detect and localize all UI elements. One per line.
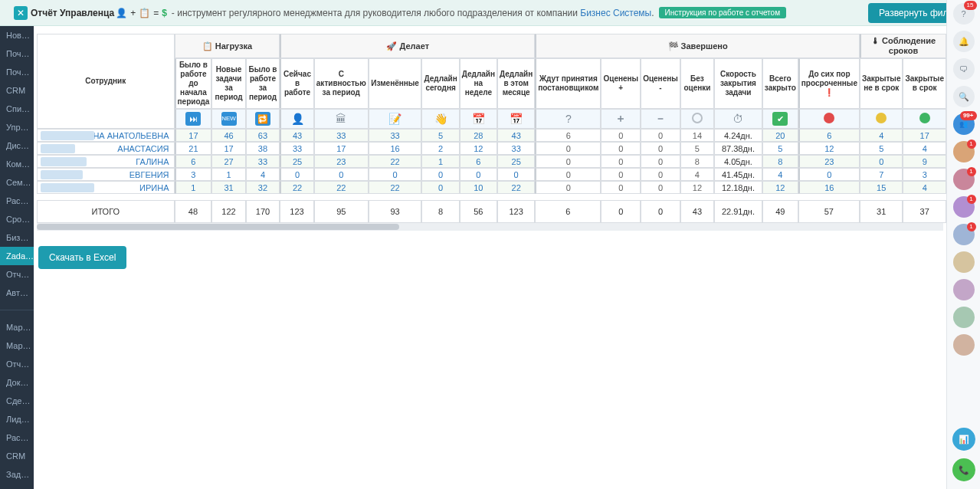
employee-name-cell[interactable]: АНАСТАСИЯ <box>37 142 175 155</box>
sidebar-item[interactable]: Отч… <box>0 355 34 373</box>
user-avatar[interactable] <box>953 279 975 300</box>
download-excel-button[interactable]: Скачать в Excel <box>38 246 126 269</box>
data-cell[interactable]: 1 <box>421 155 459 168</box>
sidebar-item[interactable]: Сде… <box>0 392 34 410</box>
instruction-badge[interactable]: Инструкция по работе с отчетом <box>659 7 786 18</box>
data-cell[interactable]: 3 <box>903 168 946 181</box>
column-icon[interactable] <box>798 109 860 129</box>
data-cell[interactable]: 4 <box>903 181 946 194</box>
column-icon[interactable]: ? <box>535 109 601 129</box>
data-cell[interactable]: 87.38дн. <box>714 142 762 155</box>
data-cell[interactable]: 0 <box>421 181 459 194</box>
column-icon[interactable]: 🔁 <box>246 109 280 129</box>
column-icon[interactable] <box>860 109 903 129</box>
data-cell[interactable]: 33 <box>369 129 422 142</box>
data-cell[interactable]: 0 <box>860 155 903 168</box>
data-cell[interactable]: 0 <box>535 155 601 168</box>
horizontal-scrollbar[interactable] <box>37 223 943 231</box>
sidebar-item[interactable]: Док… <box>0 373 34 392</box>
notifications-icon[interactable]: 🔔 <box>953 31 975 52</box>
data-cell[interactable]: 7 <box>860 168 903 181</box>
data-cell[interactable]: 21 <box>175 142 212 155</box>
user-avatar[interactable]: 1 <box>953 196 975 218</box>
sidebar-item[interactable]: Мар… <box>0 336 34 355</box>
data-cell[interactable]: 4 <box>246 168 280 181</box>
data-cell[interactable]: 5 <box>762 142 798 155</box>
data-cell[interactable]: 4 <box>680 168 714 181</box>
data-cell[interactable]: 31 <box>211 181 245 194</box>
data-cell[interactable]: 0 <box>641 129 680 142</box>
lines-fab-icon[interactable]: 📊 <box>952 428 975 451</box>
sidebar-item[interactable]: Поч… <box>0 44 34 63</box>
data-cell[interactable]: 28 <box>460 129 497 142</box>
column-icon[interactable]: NEW <box>211 109 245 129</box>
data-cell[interactable]: 12 <box>798 142 860 155</box>
data-cell[interactable]: 17 <box>211 142 245 155</box>
column-icon[interactable]: － <box>641 109 680 129</box>
data-cell[interactable]: 22 <box>280 181 314 194</box>
data-cell[interactable]: 15 <box>860 181 903 194</box>
data-cell[interactable]: 25 <box>497 155 535 168</box>
data-cell[interactable]: 0 <box>601 181 641 194</box>
data-cell[interactable]: 10 <box>460 181 497 194</box>
column-header[interactable]: Закрытые не в срок <box>860 58 903 109</box>
data-cell[interactable]: 0 <box>497 168 535 181</box>
data-cell[interactable]: 0 <box>460 168 497 181</box>
data-cell[interactable]: 27 <box>211 155 245 168</box>
sidebar-item[interactable]: Зад… <box>0 465 34 484</box>
sidebar-item[interactable]: Zada… <box>0 247 34 265</box>
data-cell[interactable]: 38 <box>246 142 280 155</box>
search-icon[interactable]: 🔍 <box>953 86 975 107</box>
data-cell[interactable]: 41.45дн. <box>714 168 762 181</box>
column-icon[interactable] <box>680 109 714 129</box>
column-header[interactable]: До сих пор просроченные ❗ <box>798 58 860 109</box>
sidebar-item[interactable]: Поч… <box>0 63 34 81</box>
data-cell[interactable]: 0 <box>280 168 314 181</box>
data-cell[interactable]: 4.24дн. <box>714 129 762 142</box>
data-cell[interactable]: 4 <box>903 142 946 155</box>
data-cell[interactable]: 46 <box>211 129 245 142</box>
data-cell[interactable]: 0 <box>641 181 680 194</box>
data-cell[interactable]: 4 <box>860 129 903 142</box>
data-cell[interactable]: 0 <box>535 168 601 181</box>
column-icon[interactable]: 📝 <box>369 109 422 129</box>
user-avatar[interactable] <box>953 307 975 328</box>
data-cell[interactable]: 16 <box>798 181 860 194</box>
sidebar-item[interactable]: Лид… <box>0 410 34 428</box>
data-cell[interactable]: 43 <box>280 129 314 142</box>
sidebar-item[interactable]: CRM <box>0 447 34 465</box>
data-cell[interactable]: 0 <box>601 168 641 181</box>
data-cell[interactable]: 0 <box>421 168 459 181</box>
data-cell[interactable]: 0 <box>369 168 422 181</box>
user-avatar[interactable]: 1 <box>953 141 975 162</box>
data-cell[interactable]: 0 <box>314 168 369 181</box>
employee-name-cell[interactable]: ЕВГЕНИЯ <box>37 168 175 181</box>
column-icon[interactable]: ✔ <box>762 109 798 129</box>
user-avatar[interactable] <box>953 251 975 273</box>
column-icon[interactable]: 👋 <box>421 109 459 129</box>
data-cell[interactable]: 4 <box>762 168 798 181</box>
column-header[interactable]: Скорость закрытия задачи <box>714 58 762 109</box>
column-header[interactable]: Дедлайн на неделе <box>460 58 497 109</box>
data-cell[interactable]: 1 <box>211 168 245 181</box>
data-cell[interactable]: 23 <box>798 155 860 168</box>
call-fab-icon[interactable]: 📞 <box>952 458 975 481</box>
data-cell[interactable]: 14 <box>680 129 714 142</box>
data-cell[interactable]: 17 <box>175 129 212 142</box>
data-cell[interactable]: 63 <box>246 129 280 142</box>
column-header[interactable]: С активностью за период <box>314 58 369 109</box>
data-cell[interactable]: 5 <box>680 142 714 155</box>
column-icon[interactable]: ＋ <box>601 109 641 129</box>
column-header[interactable]: Всего закрыто <box>762 58 798 109</box>
sidebar-item[interactable]: Мар… <box>0 318 34 336</box>
column-header[interactable]: Новые задачи за период <box>211 58 245 109</box>
data-cell[interactable]: 2 <box>421 142 459 155</box>
data-cell[interactable]: 0 <box>601 155 641 168</box>
sidebar-item[interactable]: Рас… <box>0 192 34 210</box>
column-header[interactable]: Было в работе до начала периода <box>175 58 212 109</box>
employee-name-cell[interactable]: ИРИНА АНАТОЛЬЕВНА <box>37 129 175 142</box>
data-cell[interactable]: 4.05дн. <box>714 155 762 168</box>
employee-name-cell[interactable]: ГАЛИНА <box>37 155 175 168</box>
sidebar-item[interactable]: Дис… <box>0 136 34 155</box>
data-cell[interactable]: 6 <box>175 155 212 168</box>
